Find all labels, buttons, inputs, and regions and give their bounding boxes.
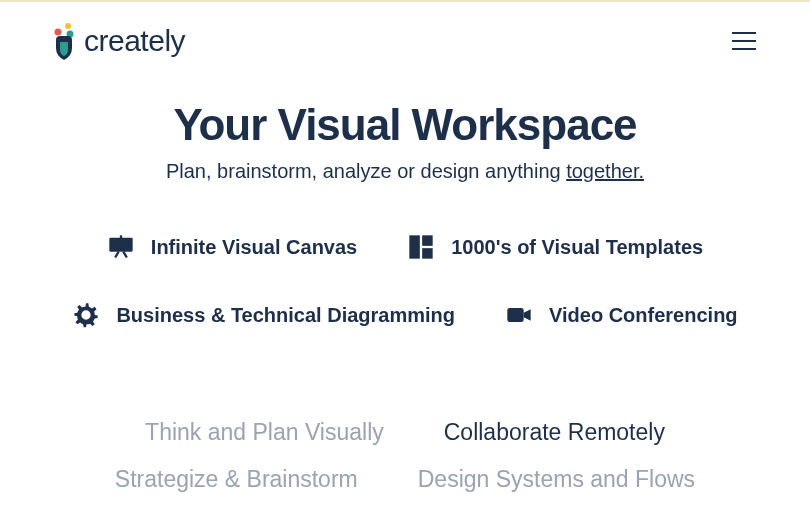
brand-logo[interactable]: creately <box>50 22 185 60</box>
feature-templates: 1000's of Visual Templates <box>407 233 703 261</box>
gear-icon <box>72 301 100 329</box>
header: creately <box>0 2 810 70</box>
svg-rect-5 <box>410 235 421 258</box>
svg-rect-3 <box>109 238 132 252</box>
svg-rect-4 <box>120 235 122 239</box>
feature-label: Business & Technical Diagramming <box>116 304 455 327</box>
svg-point-0 <box>65 23 71 29</box>
feature-canvas: Infinite Visual Canvas <box>107 233 357 261</box>
hero-subtitle: Plan, brainstorm, analyze or design anyt… <box>0 160 810 183</box>
tab-strategize[interactable]: Strategize & Brainstorm <box>115 466 358 493</box>
brand-name: creately <box>84 24 185 58</box>
tab-think-plan[interactable]: Think and Plan Visually <box>145 419 384 446</box>
templates-icon <box>407 233 435 261</box>
presentation-icon <box>107 233 135 261</box>
together-link[interactable]: together. <box>566 160 644 182</box>
svg-rect-7 <box>422 248 433 258</box>
tabs-row: Think and Plan Visually Collaborate Remo… <box>0 419 810 493</box>
feature-video: Video Conferencing <box>505 301 738 329</box>
tab-design-systems[interactable]: Design Systems and Flows <box>418 466 695 493</box>
svg-rect-6 <box>422 235 433 246</box>
tab-collaborate[interactable]: Collaborate Remotely <box>444 419 665 446</box>
feature-label: Infinite Visual Canvas <box>151 236 357 259</box>
feature-label: 1000's of Visual Templates <box>451 236 703 259</box>
logo-icon <box>50 22 78 60</box>
menu-button[interactable] <box>728 28 760 54</box>
hero-subtitle-text: Plan, brainstorm, analyze or design anyt… <box>166 160 566 182</box>
features-row: Infinite Visual Canvas 1000's of Visual … <box>0 233 810 329</box>
svg-point-1 <box>55 29 62 36</box>
hero-title: Your Visual Workspace <box>0 100 810 150</box>
video-icon <box>505 301 533 329</box>
feature-diagramming: Business & Technical Diagramming <box>72 301 455 329</box>
feature-label: Video Conferencing <box>549 304 738 327</box>
svg-rect-8 <box>507 308 523 322</box>
hero-section: Your Visual Workspace Plan, brainstorm, … <box>0 100 810 183</box>
